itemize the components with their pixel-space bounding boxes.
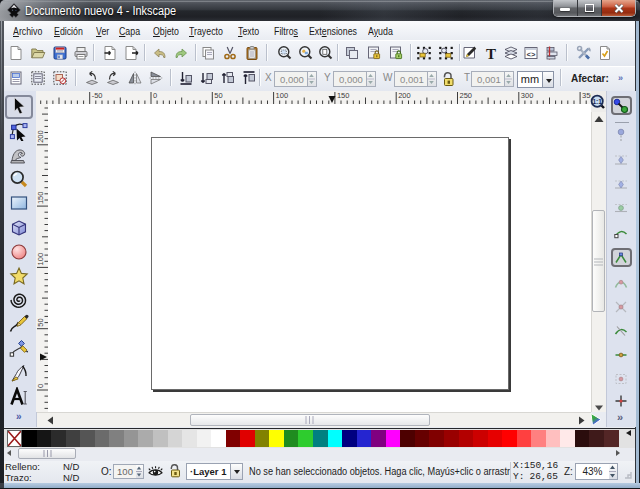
svg-text:50: 50: [36, 318, 45, 326]
svg-text:0: 0: [153, 91, 157, 100]
svg-text:1:1: 1:1: [592, 98, 602, 105]
svg-text:300: 300: [521, 91, 534, 100]
svg-text:150: 150: [36, 192, 45, 205]
svg-text:250: 250: [460, 91, 473, 100]
svg-text:50: 50: [214, 91, 222, 100]
svg-text:100: 100: [36, 253, 45, 266]
svg-text:0: 0: [36, 384, 45, 388]
svg-text:100: 100: [276, 91, 289, 100]
svg-text:-50: -50: [92, 91, 103, 100]
svg-text:200: 200: [36, 130, 45, 143]
svg-text:200: 200: [398, 91, 411, 100]
svg-text:<>: <>: [526, 51, 536, 59]
svg-text:150: 150: [337, 91, 350, 100]
svg-text:T: T: [486, 46, 496, 62]
